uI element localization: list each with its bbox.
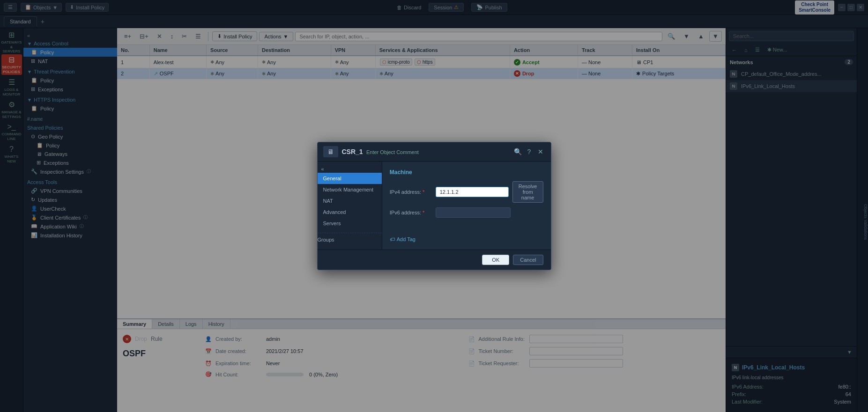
modal-ipv6-label-text: IPv6 address: [390, 210, 421, 215]
modal-title: 🖥 CSR_1 Enter Object Comment [323, 146, 419, 157]
modal-nav-network-mgmt[interactable]: Network Management [318, 184, 382, 195]
modal-add-tag-area: 🏷 Add Tag [390, 236, 543, 242]
modal-groups-label: Groups [318, 237, 382, 243]
modal-ipv6-input[interactable] [436, 207, 511, 218]
modal-ok-button[interactable]: OK [482, 255, 509, 265]
modal-footer: OK Cancel [318, 250, 551, 270]
modal-host-name: CSR_1 [342, 148, 363, 155]
tag-icon: 🏷 [390, 236, 395, 242]
modal-close-button[interactable]: ✕ [536, 147, 545, 156]
new-host-modal: 🖥 CSR_1 Enter Object Comment 🔍 ? ✕ « Gen… [317, 142, 551, 270]
modal-add-tag-button[interactable]: 🏷 Add Tag [390, 236, 543, 242]
modal-nav-general[interactable]: General [318, 173, 382, 184]
modal-comment-placeholder: Enter Object Comment [366, 149, 419, 155]
modal-sidebar-collapse-button[interactable]: « [318, 165, 328, 173]
modal-ipv6-label: IPv6 address: * [390, 210, 432, 215]
modal-resolve-button[interactable]: Resolve from name [512, 181, 543, 203]
modal-ipv6-required: * [423, 210, 424, 215]
modal-search-button[interactable]: 🔍 [513, 147, 523, 156]
modal-sidebar: « General Network Management NAT Advance… [318, 162, 382, 250]
modal-title-group: CSR_1 Enter Object Comment [342, 148, 419, 155]
modal-body: « General Network Management NAT Advance… [318, 162, 551, 250]
modal-ipv4-label: IPv4 address: * [390, 189, 432, 195]
modal-controls: 🔍 ? ✕ [513, 147, 545, 156]
modal-overlay[interactable]: 🖥 CSR_1 Enter Object Comment 🔍 ? ✕ « Gen… [0, 0, 868, 412]
modal-ipv4-input[interactable] [436, 187, 509, 197]
modal-host-icon: 🖥 [323, 146, 338, 157]
modal-main: Machine IPv4 address: * Resolve from nam… [382, 162, 551, 250]
modal-ipv4-label-text: IPv4 address: [390, 189, 421, 195]
modal-section-title: Machine [390, 169, 543, 176]
modal-nav-advanced[interactable]: Advanced [318, 206, 382, 218]
modal-cancel-button[interactable]: Cancel [513, 255, 543, 265]
modal-header: 🖥 CSR_1 Enter Object Comment 🔍 ? ✕ [318, 142, 551, 162]
add-tag-label: Add Tag [397, 236, 415, 242]
modal-nav-nat[interactable]: NAT [318, 195, 382, 206]
modal-nav-servers[interactable]: Servers [318, 218, 382, 229]
modal-ipv6-row: IPv6 address: * [390, 207, 543, 218]
modal-ipv4-row: IPv4 address: * Resolve from name [390, 181, 543, 203]
modal-ipv4-required: * [423, 189, 424, 195]
modal-help-button[interactable]: ? [525, 147, 534, 156]
